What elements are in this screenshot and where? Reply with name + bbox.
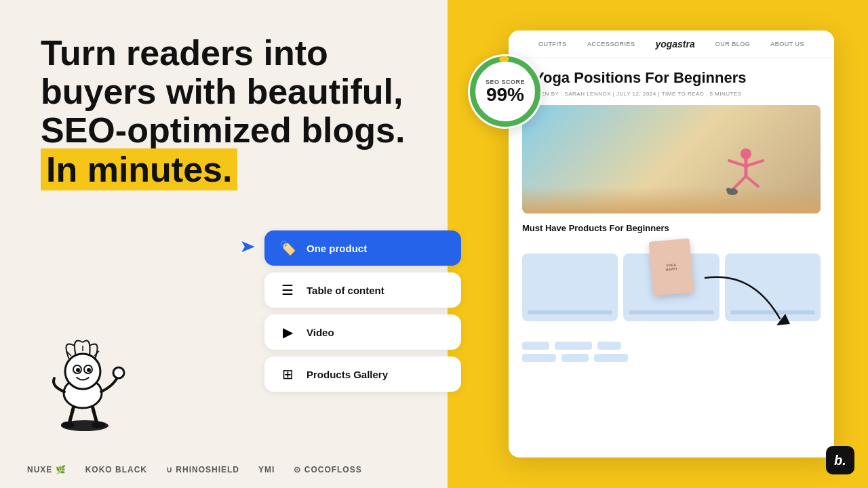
card-gallery-label: Products Gallery xyxy=(307,369,388,380)
brands-bar: NUXE 🌿 KOKO BLACK ∪ RHINOSHIELD YMI ⊙ CO… xyxy=(0,465,448,474)
brand-ymi: YMI xyxy=(258,465,275,474)
skeleton-block xyxy=(597,342,621,350)
headline-line3: SEO-optimized blogs. xyxy=(41,110,405,150)
card-products-gallery[interactable]: ⊞ Products Gallery xyxy=(264,357,461,392)
headline-line2: buyers with beautiful, xyxy=(41,72,403,111)
card-one-product[interactable]: 🏷️ One product xyxy=(264,230,461,266)
card-video-label: Video xyxy=(307,327,334,338)
mascot xyxy=(41,325,129,434)
skeleton-block xyxy=(555,342,592,350)
headline: Turn readers into buyers with beautiful,… xyxy=(41,34,414,189)
skeleton-block xyxy=(594,354,628,362)
featured-book: YOGAHAPPY xyxy=(649,239,694,296)
svg-line-23 xyxy=(732,176,746,190)
nav-about: ABOUT US xyxy=(770,41,804,47)
blog-nav: OUTFITS ACCESSORIES yogastra OUR BLOG AB… xyxy=(509,30,834,58)
nav-accessories: ACCESSORIES xyxy=(587,41,635,47)
headline-line1: Turn readers into xyxy=(41,33,328,73)
seo-badge: SEO SCORE 99% xyxy=(468,54,542,129)
blog-meta: WRITTEN BY : SARAH LENNOX | JULY 12, 202… xyxy=(522,91,821,97)
feature-cards: 🏷️ One product ☰ Table of content ▶ Vide… xyxy=(264,230,461,392)
brand-cocofloss: ⊙ COCOFLOSS xyxy=(294,465,361,474)
svg-line-21 xyxy=(729,161,746,166)
nav-blog: OUR BLOG xyxy=(715,41,751,47)
grid-icon: ⊞ xyxy=(278,366,297,382)
left-panel: Turn readers into buyers with beautiful,… xyxy=(0,0,448,488)
brand-rhinoshield: ∪ RHINOSHIELD xyxy=(166,465,239,474)
svg-point-6 xyxy=(113,367,124,378)
brand-koko: KOKO BLACK xyxy=(85,465,147,474)
pointer-arrow-icon xyxy=(237,236,259,258)
svg-line-24 xyxy=(746,176,758,186)
book-title: YOGAHAPPY xyxy=(665,262,677,272)
headline-highlight: In minutes. xyxy=(41,148,237,190)
skeleton-block xyxy=(522,342,549,350)
card-toc-label: Table of content xyxy=(307,285,384,296)
card-video[interactable]: ▶ Video xyxy=(264,314,461,350)
svg-point-11 xyxy=(87,368,91,372)
right-panel: SEO SCORE 99% OUTFITS ACCESSORIES yogast… xyxy=(448,0,868,488)
skeleton-block xyxy=(561,354,589,362)
play-icon: ▶ xyxy=(278,324,297,340)
card-one-product-label: One product xyxy=(307,243,367,254)
curved-arrow-icon xyxy=(698,264,821,346)
products-section-title: Must Have Products For Beginners xyxy=(522,223,821,233)
b-logo: b. xyxy=(826,446,854,474)
brand-nuxe: NUXE 🌿 xyxy=(27,465,66,474)
blog-preview-card: OUTFITS ACCESSORIES yogastra OUR BLOG AB… xyxy=(509,30,834,458)
skeleton-row-2 xyxy=(522,354,821,362)
svg-point-26 xyxy=(726,188,730,192)
tag-icon: 🏷️ xyxy=(278,240,297,256)
list-icon: ☰ xyxy=(278,282,297,298)
product-card-1 xyxy=(522,253,618,321)
svg-point-10 xyxy=(76,368,80,372)
svg-point-3 xyxy=(61,422,75,428)
yoga-person-icon xyxy=(726,146,766,200)
nav-outfits: OUTFITS xyxy=(538,41,567,47)
seo-score-value: 99% xyxy=(486,85,525,104)
svg-marker-15 xyxy=(240,240,256,253)
blog-content: 7 Yoga Positions For Beginners WRITTEN B… xyxy=(509,58,834,214)
svg-point-4 xyxy=(92,422,105,428)
card-table-of-content[interactable]: ☰ Table of content xyxy=(264,272,461,308)
skeleton-block xyxy=(522,354,556,362)
blog-hero-image xyxy=(522,105,821,214)
blog-logo: yogastra xyxy=(655,39,694,49)
svg-line-22 xyxy=(746,161,763,166)
blog-title: 7 Yoga Positions For Beginners xyxy=(522,69,821,87)
